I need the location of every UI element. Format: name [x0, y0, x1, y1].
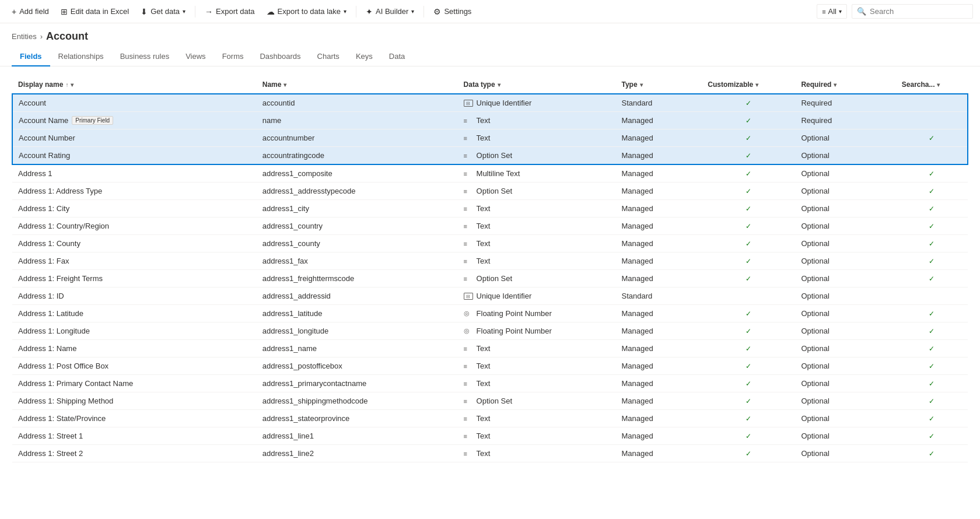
- type-cell: Managed: [616, 322, 702, 340]
- data-type-cell: ≡ Text: [458, 375, 616, 392]
- tabs: Fields Relationships Business rules View…: [0, 47, 980, 66]
- customizable-cell: ✓: [702, 129, 795, 147]
- data-type-value: Text: [477, 449, 491, 458]
- col-customizable[interactable]: Customizable ▾: [702, 76, 795, 94]
- customizable-cell: ✓: [702, 427, 795, 445]
- display-name-value: Address 1: Street 1: [18, 432, 83, 440]
- table-row[interactable]: Address 1: State/Province ··· address1_s…: [12, 410, 968, 427]
- all-label: All: [828, 7, 836, 16]
- table-row[interactable]: Address 1: City ··· address1_city ≡ Text…: [12, 200, 968, 218]
- table-row[interactable]: Address 1: Country/Region ··· address1_c…: [12, 218, 968, 235]
- type-cell: Managed: [616, 235, 702, 253]
- all-dropdown[interactable]: ≡ All ▾: [817, 4, 847, 19]
- tab-keys[interactable]: Keys: [348, 47, 381, 66]
- customizable-cell: ✓: [702, 270, 795, 287]
- table-row[interactable]: Account Rating ··· accountratingcode ≡ O…: [12, 147, 968, 165]
- searchable-cell: [896, 287, 968, 305]
- type-cell: Managed: [616, 147, 702, 165]
- breadcrumb-entities[interactable]: Entities: [12, 32, 37, 41]
- tab-relationships[interactable]: Relationships: [50, 47, 112, 66]
- display-name-cell: Address 1: Country/Region ···: [12, 218, 257, 235]
- check-icon: ✓: [746, 99, 751, 107]
- required-cell: Optional: [795, 375, 895, 392]
- table-row[interactable]: Address 1: Street 2 ··· address1_line2 ≡…: [12, 445, 968, 462]
- ai-builder-button[interactable]: ✦ AI Builder ▾: [361, 5, 419, 19]
- display-name-value: Address 1: Longitude: [18, 327, 90, 335]
- display-name-value: Address 1: Shipping Method: [18, 397, 113, 405]
- name-cell: accountnumber: [257, 129, 458, 147]
- data-type-cell: ⊟ Unique Identifier: [458, 94, 616, 112]
- check-icon: ✓: [929, 380, 935, 388]
- check-icon: ✓: [929, 415, 935, 423]
- display-name-value: Address 1: Post Office Box: [18, 362, 108, 370]
- data-type-cell: ≡ Text: [458, 357, 616, 375]
- tab-forms[interactable]: Forms: [214, 47, 252, 66]
- export-data-label: Export data: [216, 7, 255, 16]
- check-icon: ✓: [929, 257, 935, 265]
- add-field-label: Add field: [19, 7, 49, 16]
- table-row[interactable]: Account ··· accountid ⊟ Unique Identifie…: [12, 94, 968, 112]
- data-type-value: Text: [477, 222, 491, 230]
- edit-excel-button[interactable]: ⊞ Edit data in Excel: [56, 5, 134, 19]
- data-type-cell: ≡ Text: [458, 129, 616, 147]
- display-name-cell: Address 1 ···: [12, 164, 257, 183]
- tab-fields[interactable]: Fields: [12, 47, 50, 66]
- table-row[interactable]: Account Name Primary Field ··· name ≡ Te…: [12, 112, 968, 129]
- export-lake-label: Export to data lake: [278, 7, 341, 16]
- table-row[interactable]: Address 1: Fax ··· address1_fax ≡ Text M…: [12, 253, 968, 270]
- type-cell: Managed: [616, 357, 702, 375]
- data-type-value: Unique Identifier: [477, 292, 532, 300]
- export-data-button[interactable]: → Export data: [200, 5, 260, 19]
- table-row[interactable]: Address 1: Freight Terms ··· address1_fr…: [12, 270, 968, 287]
- table-row[interactable]: Address 1: Primary Contact Name ··· addr…: [12, 375, 968, 392]
- gear-icon: ⚙: [433, 7, 441, 16]
- tab-charts[interactable]: Charts: [309, 47, 348, 66]
- col-required[interactable]: Required ▾: [795, 76, 895, 94]
- breadcrumb-current: Account: [46, 30, 88, 43]
- col-data-type[interactable]: Data type ▾: [458, 76, 616, 94]
- searchable-cell: [896, 94, 968, 112]
- customizable-cell: ✓: [702, 147, 795, 165]
- table-row[interactable]: Address 1: Shipping Method ··· address1_…: [12, 392, 968, 410]
- table-row[interactable]: Address 1: Post Office Box ··· address1_…: [12, 357, 968, 375]
- customizable-cell: ✓: [702, 375, 795, 392]
- data-type-value: Text: [477, 116, 491, 125]
- get-data-button[interactable]: ⬇ Get data ▾: [136, 5, 190, 19]
- type-sort-icon: ▾: [640, 82, 643, 88]
- check-icon: ✓: [746, 187, 751, 195]
- table-row[interactable]: Address 1: County ··· address1_county ≡ …: [12, 235, 968, 253]
- search-box[interactable]: 🔍: [852, 4, 973, 19]
- table-row[interactable]: Address 1: Longitude ··· address1_longit…: [12, 322, 968, 340]
- check-icon: ✓: [746, 222, 751, 230]
- check-icon: ✓: [929, 450, 935, 458]
- fields-table: Display name ↑ ▾ Name ▾ Data type ▾: [12, 76, 968, 462]
- col-searchable[interactable]: Searcha... ▾: [896, 76, 968, 94]
- display-name-value: Address 1: Country/Region: [18, 222, 109, 230]
- table-row[interactable]: Address 1: Street 1 ··· address1_line1 ≡…: [12, 427, 968, 445]
- col-type[interactable]: Type ▾: [616, 76, 702, 94]
- export-lake-button[interactable]: ☁ Export to data lake ▾: [262, 5, 351, 19]
- table-row[interactable]: Address 1: Name ··· address1_name ≡ Text…: [12, 340, 968, 357]
- table-row[interactable]: Address 1 ··· address1_composite ≡ Multi…: [12, 164, 968, 183]
- col-display-name[interactable]: Display name ↑ ▾: [12, 76, 257, 94]
- customizable-cell: ✓: [702, 200, 795, 218]
- tab-views[interactable]: Views: [177, 47, 214, 66]
- tab-data[interactable]: Data: [381, 47, 413, 66]
- settings-button[interactable]: ⚙ Settings: [429, 5, 476, 19]
- tab-business-rules[interactable]: Business rules: [112, 47, 178, 66]
- add-field-button[interactable]: + Add field: [7, 5, 54, 19]
- required-cell: Optional: [795, 427, 895, 445]
- searchable-cell: ✓: [896, 235, 968, 253]
- check-icon: ✓: [929, 134, 935, 142]
- type-cell: Managed: [616, 427, 702, 445]
- check-icon: ✓: [746, 327, 751, 335]
- col-name[interactable]: Name ▾: [257, 76, 458, 94]
- tab-dashboards[interactable]: Dashboards: [251, 47, 309, 66]
- searchable-cell: ✓: [896, 305, 968, 322]
- table-row[interactable]: Address 1: ID ··· address1_addressid ⊟ U…: [12, 287, 968, 305]
- get-data-label: Get data: [150, 7, 180, 16]
- table-row[interactable]: Address 1: Latitude ··· address1_latitud…: [12, 305, 968, 322]
- table-row[interactable]: Account Number ··· accountnumber ≡ Text …: [12, 129, 968, 147]
- table-row[interactable]: Address 1: Address Type ··· address1_add…: [12, 183, 968, 200]
- search-input[interactable]: [870, 7, 968, 16]
